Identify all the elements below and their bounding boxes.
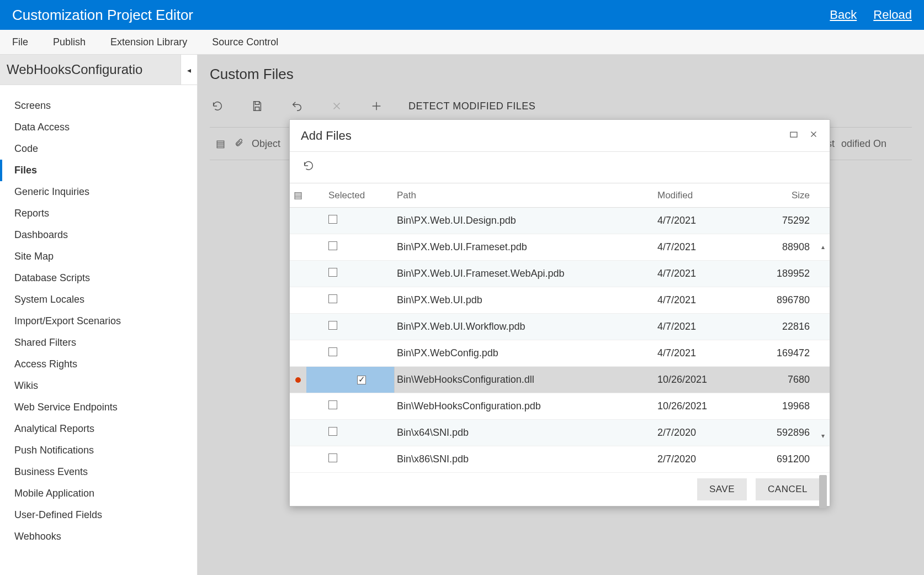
sidebar-item-business-events[interactable]: Business Events xyxy=(0,461,197,483)
back-link[interactable]: Back xyxy=(830,8,857,22)
row-selected-cell xyxy=(306,427,395,439)
sidebar-item-import-export-scenarios[interactable]: Import/Export Scenarios xyxy=(0,310,197,332)
svg-rect-0 xyxy=(790,132,797,137)
sidebar-item-user-defined-fields[interactable]: User-Defined Fields xyxy=(0,504,197,526)
attachment-icon[interactable] xyxy=(233,138,245,150)
table-row[interactable]: Bin\PX.Web.UI.pdb4/7/2021896780 xyxy=(290,287,830,314)
sidebar-item-site-map[interactable]: Site Map xyxy=(0,246,197,267)
col-size[interactable]: Size xyxy=(751,190,817,201)
grid-settings-icon[interactable]: ▤ xyxy=(290,189,306,201)
row-indicator xyxy=(290,374,306,386)
row-size: 592896 xyxy=(751,427,817,439)
sidebar-item-files[interactable]: Files xyxy=(0,160,197,181)
menu-extension-library[interactable]: Extension Library xyxy=(110,36,187,48)
row-checkbox[interactable] xyxy=(328,453,337,462)
row-modified: 2/7/2020 xyxy=(657,427,751,439)
sidebar-item-push-notifications[interactable]: Push Notifications xyxy=(0,440,197,461)
project-name: WebHooksConfiguratio xyxy=(7,62,142,77)
sidebar-item-system-locales[interactable]: System Locales xyxy=(0,289,197,310)
table-row[interactable]: Bin\x86\SNI.pdb2/7/2020691200 xyxy=(290,446,830,473)
sidebar-item-access-rights[interactable]: Access Rights xyxy=(0,354,197,375)
row-checkbox[interactable] xyxy=(328,241,337,250)
dialog-toolbar xyxy=(290,152,830,183)
row-checkbox[interactable] xyxy=(328,268,337,277)
dialog-footer: SAVE CANCEL xyxy=(290,473,830,506)
scroll-up-icon[interactable]: ▴ xyxy=(819,243,827,251)
table-row[interactable]: Bin\x64\SNI.pdb2/7/2020592896 xyxy=(290,420,830,446)
cancel-button[interactable]: CANCEL xyxy=(756,478,820,500)
row-modified: 4/7/2021 xyxy=(657,347,751,359)
row-checkbox[interactable] xyxy=(357,376,366,384)
row-checkbox[interactable] xyxy=(328,321,337,330)
unsaved-indicator-icon xyxy=(295,377,301,383)
row-selected-cell xyxy=(306,321,395,333)
save-icon[interactable] xyxy=(249,100,265,112)
files-grid: ▤ Selected Path Modified Size Bin\PX.Web… xyxy=(290,183,830,473)
table-row[interactable]: Bin\PX.Web.UI.Frameset.pdb4/7/202188908 xyxy=(290,234,830,261)
menu-file[interactable]: File xyxy=(12,36,28,48)
sidebar-item-data-access[interactable]: Data Access xyxy=(0,117,197,138)
table-row[interactable]: Bin\PX.Web.UI.Design.pdb4/7/202175292 xyxy=(290,208,830,234)
table-row[interactable]: Bin\WebHooksConfiguration.pdb10/26/20211… xyxy=(290,393,830,420)
delete-icon xyxy=(329,100,344,112)
grid-settings-icon[interactable]: ▤ xyxy=(214,138,226,150)
undo-icon[interactable] xyxy=(289,100,305,112)
row-path: Bin\PX.WebConfig.pdb xyxy=(395,347,657,359)
table-row[interactable]: Bin\PX.Web.UI.Frameset.WebApi.pdb4/7/202… xyxy=(290,261,830,287)
col-path[interactable]: Path xyxy=(395,190,657,201)
sidebar-item-database-scripts[interactable]: Database Scripts xyxy=(0,267,197,289)
col-object[interactable]: Object xyxy=(252,138,280,150)
sidebar-item-analytical-reports[interactable]: Analytical Reports xyxy=(0,418,197,440)
scroll-down-icon[interactable]: ▾ xyxy=(819,432,827,440)
sidebar-collapse-button[interactable]: ◂ xyxy=(180,55,197,85)
row-selected-cell xyxy=(306,241,395,253)
grid-scrollbar[interactable]: ▴ ▾ xyxy=(819,243,827,440)
row-modified: 2/7/2020 xyxy=(657,453,751,465)
row-modified: 4/7/2021 xyxy=(657,215,751,226)
sidebar-header: WebHooksConfiguratio ◂ xyxy=(0,55,197,85)
table-row[interactable]: Bin\WebHooksConfiguration.dll10/26/20217… xyxy=(290,367,830,393)
dialog-refresh-icon[interactable] xyxy=(301,160,316,175)
row-modified: 10/26/2021 xyxy=(657,400,751,412)
add-icon[interactable] xyxy=(369,100,384,112)
row-selected-cell xyxy=(306,400,395,412)
save-button[interactable]: SAVE xyxy=(697,478,747,500)
table-row[interactable]: Bin\PX.WebConfig.pdb4/7/2021169472 xyxy=(290,340,830,367)
row-path: Bin\WebHooksConfiguration.dll xyxy=(395,374,657,386)
row-checkbox[interactable] xyxy=(328,215,337,224)
row-selected-cell xyxy=(306,215,395,226)
row-path: Bin\PX.Web.UI.Design.pdb xyxy=(395,215,657,226)
scroll-thumb[interactable] xyxy=(819,475,827,508)
sidebar-item-reports[interactable]: Reports xyxy=(0,203,197,224)
row-path: Bin\PX.Web.UI.Workflow.pdb xyxy=(395,321,657,333)
table-row[interactable]: Bin\PX.Web.UI.Workflow.pdb4/7/202122816 xyxy=(290,314,830,340)
refresh-icon[interactable] xyxy=(210,100,225,112)
col-modified-on: odified On xyxy=(841,138,907,150)
menu-source-control[interactable]: Source Control xyxy=(212,36,278,48)
col-selected[interactable]: Selected xyxy=(306,190,395,201)
sidebar-item-screens[interactable]: Screens xyxy=(0,95,197,117)
close-icon[interactable] xyxy=(809,129,819,142)
row-checkbox[interactable] xyxy=(328,427,337,436)
row-size: 169472 xyxy=(751,347,817,359)
maximize-icon[interactable] xyxy=(789,129,799,142)
row-selected-cell xyxy=(306,367,395,393)
col-modified[interactable]: Modified xyxy=(657,190,751,201)
menu-publish[interactable]: Publish xyxy=(53,36,86,48)
row-path: Bin\PX.Web.UI.Frameset.pdb xyxy=(395,241,657,253)
sidebar-item-dashboards[interactable]: Dashboards xyxy=(0,224,197,246)
sidebar-item-web-service-endpoints[interactable]: Web Service Endpoints xyxy=(0,397,197,418)
row-path: Bin\WebHooksConfiguration.pdb xyxy=(395,400,657,412)
detect-modified-files-button[interactable]: DETECT MODIFIED FILES xyxy=(408,101,535,112)
row-modified: 4/7/2021 xyxy=(657,241,751,253)
row-checkbox[interactable] xyxy=(328,400,337,409)
sidebar-item-webhooks[interactable]: Webhooks xyxy=(0,526,197,547)
reload-link[interactable]: Reload xyxy=(873,8,912,22)
sidebar-item-wikis[interactable]: Wikis xyxy=(0,375,197,397)
sidebar-item-generic-inquiries[interactable]: Generic Inquiries xyxy=(0,181,197,203)
row-checkbox[interactable] xyxy=(328,294,337,303)
sidebar-item-mobile-application[interactable]: Mobile Application xyxy=(0,483,197,504)
sidebar-item-shared-filters[interactable]: Shared Filters xyxy=(0,332,197,354)
row-checkbox[interactable] xyxy=(328,347,337,356)
sidebar-item-code[interactable]: Code xyxy=(0,138,197,160)
